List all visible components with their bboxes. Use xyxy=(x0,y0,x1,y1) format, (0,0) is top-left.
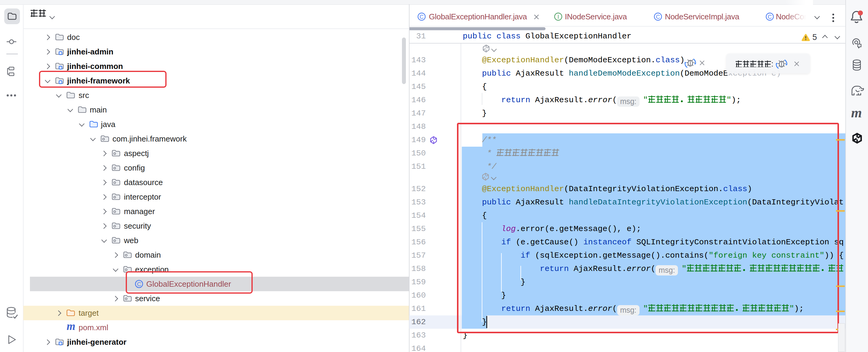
svg-text:C: C xyxy=(420,13,424,20)
svg-text:C: C xyxy=(656,13,660,20)
svg-text:C: C xyxy=(768,13,772,20)
svg-text:m: m xyxy=(67,320,75,332)
svg-text:I: I xyxy=(557,13,559,20)
